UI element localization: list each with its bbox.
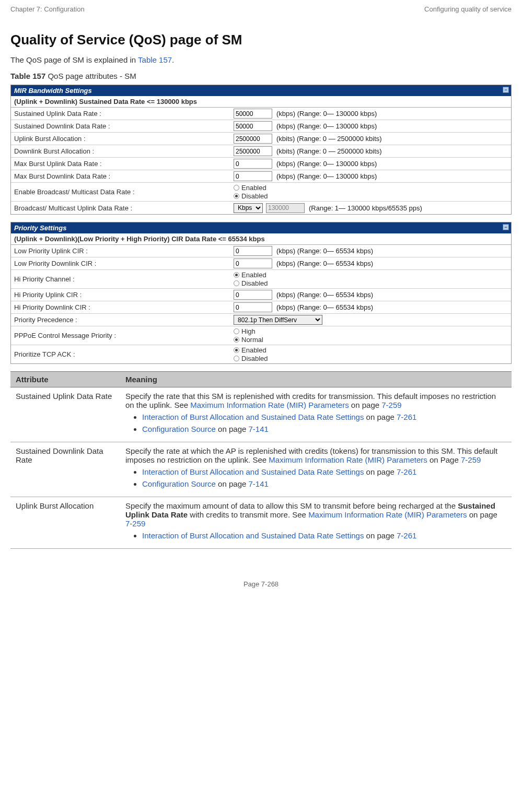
attr-meaning: Specify the rate at which the AP is repl…	[120, 442, 512, 497]
downlink-burst-row: Downlink Burst Allocation : (kbits) (Ran…	[11, 145, 511, 158]
page-link[interactable]: 7-261	[397, 413, 416, 421]
table-row: Sustained Downlink Data Rate Specify the…	[10, 442, 512, 497]
hi-priority-channel-row: Hi Priority Channel : Enabled Disabled	[11, 270, 511, 289]
attr-name: Sustained Downlink Data Rate	[10, 442, 120, 497]
hi-priority-downlink-input[interactable]	[234, 302, 272, 312]
max-burst-downlink-input[interactable]	[234, 171, 272, 181]
list-item: Configuration Source on page 7-141	[142, 425, 506, 433]
radio-enabled[interactable]	[234, 347, 239, 353]
low-priority-downlink-input[interactable]	[234, 258, 272, 268]
radio-high[interactable]	[234, 328, 239, 334]
intro-text: The QoS page of SM is explained in Table…	[10, 55, 512, 64]
mir-link[interactable]: Maximum Information Rate (MIR) Parameter…	[308, 510, 467, 519]
mir-link[interactable]: Maximum Information Rate (MIR) Parameter…	[269, 455, 427, 464]
page-link[interactable]: 7-261	[397, 467, 416, 476]
table-link[interactable]: Table 157	[138, 55, 172, 64]
radio-disabled[interactable]	[234, 356, 239, 361]
attr-name: Sustained Uplink Data Rate	[10, 387, 120, 442]
mir-link[interactable]: Maximum Information Rate (MIR) Parameter…	[190, 401, 349, 409]
hi-priority-uplink-input[interactable]	[234, 290, 272, 300]
table-row: Sustained Uplink Data Rate Specify the r…	[10, 387, 512, 442]
max-burst-downlink-row: Max Burst Downlink Data Rate : (kbps) (R…	[11, 170, 511, 183]
low-priority-uplink-input[interactable]	[234, 246, 272, 256]
page-title: Quality of Service (QoS) page of SM	[10, 32, 512, 48]
max-burst-uplink-row: Max Burst Uplink Data Rate : (kbps) (Ran…	[11, 158, 511, 170]
radio-disabled[interactable]	[234, 193, 239, 199]
chapter-label: Chapter 7: Configuration	[10, 5, 85, 13]
page-link[interactable]: 7-261	[397, 531, 416, 540]
attr-name: Uplink Burst Allocation	[10, 497, 120, 549]
broadcast-uplink-row: Broadcast/ Multicast Uplink Data Rate : …	[11, 202, 511, 214]
page-link[interactable]: 7-259	[461, 455, 481, 464]
low-priority-downlink-row: Low Priority Downlink CIR : (kbps) (Rang…	[11, 257, 511, 270]
hi-priority-downlink-row: Hi Priority Downlink CIR : (kbps) (Range…	[11, 301, 511, 314]
col-meaning: Meaning	[120, 372, 512, 387]
page-link[interactable]: 7-259	[125, 519, 145, 528]
col-attribute: Attribute	[10, 372, 120, 387]
radio-enabled[interactable]	[234, 272, 239, 278]
sustained-uplink-input[interactable]	[234, 109, 272, 119]
broadcast-unit-select[interactable]: Kbps	[234, 203, 263, 213]
priority-precedence-row: Priority Precedence : 802.1p Then DiffSe…	[11, 314, 511, 326]
page-link[interactable]: 7-259	[381, 401, 401, 409]
minimize-icon[interactable]: −	[503, 87, 509, 93]
radio-disabled[interactable]	[234, 280, 239, 286]
hi-priority-uplink-row: Hi Priority Uplink CIR : (kbps) (Range: …	[11, 289, 511, 301]
list-item: Configuration Source on page 7-141	[142, 479, 506, 488]
table-row: Uplink Burst Allocation Specify the maxi…	[10, 497, 512, 549]
attr-meaning: Specify the rate that this SM is repleni…	[120, 387, 512, 442]
list-item: Interaction of Burst Allocation and Sust…	[142, 531, 506, 540]
broadcast-value-input[interactable]	[266, 203, 305, 213]
sustained-uplink-row: Sustained Uplink Data Rate : (kbps) (Ran…	[11, 108, 511, 120]
attribute-table: Attribute Meaning Sustained Uplink Data …	[10, 371, 512, 549]
page-link[interactable]: 7-141	[248, 479, 268, 488]
priority-settings-panel: Priority Settings − (Uplink + Downlink)(…	[10, 222, 512, 364]
page-header: Chapter 7: Configuration Configuring qua…	[10, 5, 512, 13]
panel-subheader: (Uplink + Downlink) Sustained Data Rate …	[11, 96, 511, 108]
max-burst-uplink-input[interactable]	[234, 159, 272, 169]
prioritize-tcp-ack-row: Prioritize TCP ACK : Enabled Disabled	[11, 345, 511, 363]
sustained-downlink-input[interactable]	[234, 121, 272, 131]
mir-bandwidth-panel: MIR Bandwidth Settings − (Uplink + Downl…	[10, 85, 512, 215]
uplink-burst-row: Uplink Burst Allocation : (kbits) (Range…	[11, 133, 511, 145]
enable-broadcast-row: Enable Broadcast/ Multicast Data Rate : …	[11, 183, 511, 202]
downlink-burst-input[interactable]	[234, 146, 272, 156]
config-source-link[interactable]: Configuration Source	[142, 479, 216, 488]
radio-normal[interactable]	[234, 337, 239, 343]
minimize-icon[interactable]: −	[503, 224, 509, 230]
panel-header: MIR Bandwidth Settings −	[11, 85, 511, 96]
priority-precedence-select[interactable]: 802.1p Then DiffServ	[234, 315, 322, 325]
burst-link[interactable]: Interaction of Burst Allocation and Sust…	[142, 413, 364, 421]
page-link[interactable]: 7-141	[248, 425, 268, 433]
uplink-burst-input[interactable]	[234, 134, 272, 144]
low-priority-uplink-row: Low Priority Uplink CIR : (kbps) (Range:…	[11, 245, 511, 257]
panel-header: Priority Settings −	[11, 222, 511, 233]
radio-enabled[interactable]	[234, 185, 239, 191]
panel-subheader: (Uplink + Downlink)(Low Priority + High …	[11, 233, 511, 245]
table-caption: Table 157 QoS page attributes - SM	[10, 72, 512, 80]
burst-link[interactable]: Interaction of Burst Allocation and Sust…	[142, 467, 364, 476]
pppoe-priority-row: PPPoE Control Message Priority : High No…	[11, 326, 511, 345]
list-item: Interaction of Burst Allocation and Sust…	[142, 467, 506, 476]
burst-link[interactable]: Interaction of Burst Allocation and Sust…	[142, 531, 364, 540]
list-item: Interaction of Burst Allocation and Sust…	[142, 413, 506, 421]
config-source-link[interactable]: Configuration Source	[142, 425, 216, 433]
page-number: Page 7-268	[10, 580, 512, 588]
attr-meaning: Specify the maximum amount of data to al…	[120, 497, 512, 549]
sustained-downlink-row: Sustained Downlink Data Rate : (kbps) (R…	[11, 120, 511, 133]
section-label: Configuring quality of service	[424, 5, 512, 13]
